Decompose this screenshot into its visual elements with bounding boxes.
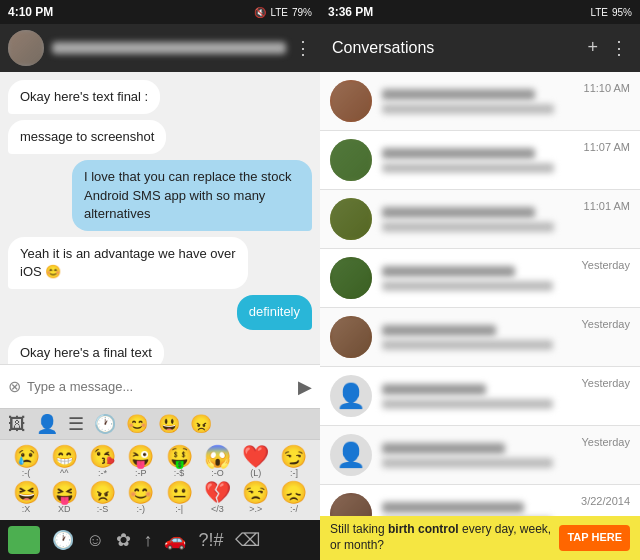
conv-preview-4 [382,281,553,291]
emoji-cell-1-5[interactable]: 🤑:-$ [161,446,197,478]
green-key[interactable] [8,526,40,554]
tap-here-button[interactable]: TAP HERE [559,525,630,550]
smiley-icon[interactable]: ☺ [86,530,104,551]
conv-avatar-4 [330,257,372,299]
more-options-right-icon[interactable]: ⋮ [610,37,628,59]
header-actions: + ⋮ [587,37,628,59]
emoji-tab-smile[interactable]: 😊 [126,413,148,435]
emoji-tab-happy[interactable]: 😃 [158,413,180,435]
emoji-cell-1-8[interactable]: 😏:-] [276,446,312,478]
conv-avatar-7: 👤 [330,434,372,476]
conv-name-5 [382,325,496,336]
message-input[interactable] [27,379,292,394]
emoji-cell-1-2[interactable]: 😁^^ [46,446,82,478]
conv-content-3 [382,207,574,232]
emoji-tab-person[interactable]: 👤 [36,413,58,435]
chat-contact-avatar [8,30,44,66]
conv-item-2[interactable]: 11:07 AM [320,131,640,190]
more-options-icon[interactable]: ⋮ [294,37,312,59]
time-left: 4:10 PM [8,5,53,19]
chat-contact-name [52,42,286,54]
conv-preview-7 [382,458,553,468]
emoji-cell-2-1[interactable]: 😆:X [8,482,44,514]
emoji-cell-2-7[interactable]: 😒>.> [238,482,274,514]
conv-avatar-6: 👤 [330,375,372,417]
battery-left: 79% [292,7,312,18]
conv-preview-6 [382,399,553,409]
ad-bold-text: birth control [388,522,459,536]
conv-name-2 [382,148,535,159]
chat-header: ⋮ [0,24,320,72]
emoji-cell-2-5[interactable]: 😐:-| [161,482,197,514]
battery-right: 95% [612,7,632,18]
conv-avatar-5 [330,316,372,358]
conv-time-7: Yesterday [581,434,630,448]
conv-time-1: 11:10 AM [584,80,630,94]
send-button[interactable]: ▶ [298,376,312,398]
emoji-cell-1-1[interactable]: 😢:-( [8,446,44,478]
settings-icon[interactable]: ✿ [116,529,131,551]
message-5: definitely [237,295,312,329]
conv-item-6[interactable]: 👤 Yesterday [320,367,640,426]
bottom-keyboard-bar: 🕐 ☺ ✿ ↑ 🚗 ?!# ⌫ [0,520,320,560]
conv-content-1 [382,89,574,114]
emoji-cell-2-6[interactable]: 💔</3 [199,482,235,514]
emoji-cell-1-3[interactable]: 😘:-* [85,446,121,478]
conv-preview-2 [382,163,554,173]
emoji-tabs: 🖼 👤 ☰ 🕐 😊 😃 😠 [0,409,320,440]
conv-avatar-3 [330,198,372,240]
ad-text-part1: Still taking [330,522,388,536]
message-input-row: ⊗ ▶ [0,364,320,408]
emoji-cell-1-7[interactable]: ❤️(L) [238,446,274,478]
conv-content-5 [382,325,571,350]
new-conversation-icon[interactable]: + [587,37,598,59]
emoji-cell-1-4[interactable]: 😜:-P [123,446,159,478]
conv-item-4[interactable]: Yesterday [320,249,640,308]
message-1: Okay here's text final : [8,80,160,114]
conv-preview-5 [382,340,553,350]
conv-time-4: Yesterday [581,257,630,271]
mute-icon: 🔇 [254,7,266,18]
emoji-tab-clock[interactable]: 🕐 [94,413,116,435]
conv-item-5[interactable]: Yesterday [320,308,640,367]
emoji-cell-2-4[interactable]: 😊:-) [123,482,159,514]
clock-icon[interactable]: 🕐 [52,529,74,551]
emoji-cell-2-2[interactable]: 😝XD [46,482,82,514]
message-2: message to screenshot [8,120,166,154]
conv-item-7[interactable]: 👤 Yesterday [320,426,640,485]
conv-time-3: 11:01 AM [584,198,630,212]
conv-time-6: Yesterday [581,375,630,389]
emoji-tab-angry[interactable]: 😠 [190,413,212,435]
right-panel: 3:36 PM LTE 95% Conversations + ⋮ 11:10 … [320,0,640,560]
conv-avatar-8 [330,493,372,516]
conv-content-4 [382,266,571,291]
emoji-cell-2-8[interactable]: 😞:-/ [276,482,312,514]
car-icon[interactable]: 🚗 [164,529,186,551]
123-icon[interactable]: ?!# [198,530,223,551]
time-right: 3:36 PM [328,5,373,19]
conv-item-1[interactable]: 11:10 AM [320,72,640,131]
status-icons-right: LTE 95% [590,7,632,18]
arrow-icon[interactable]: ↑ [143,530,152,551]
emoji-tab-list[interactable]: ☰ [68,413,84,435]
conv-content-2 [382,148,574,173]
emoji-keyboard: 🖼 👤 ☰ 🕐 😊 😃 😠 😢:-( 😁^^ 😘:-* 😜:-P 🤑:-$ 😱:… [0,408,320,520]
conv-name-1 [382,89,535,100]
messages-area: Okay here's text final : message to scre… [0,72,320,364]
conv-time-8: 3/22/2014 [581,493,630,507]
delete-icon[interactable]: ⌫ [235,529,260,551]
conversations-header: Conversations + ⋮ [320,24,640,72]
clear-icon[interactable]: ⊗ [8,377,21,396]
emoji-cell-2-3[interactable]: 😠:-S [85,482,121,514]
conv-time-5: Yesterday [581,316,630,330]
conv-time-2: 11:07 AM [584,139,630,153]
emoji-cell-1-6[interactable]: 😱:-O [199,446,235,478]
conv-content-8 [382,502,571,517]
message-4: Yeah it is an advantage we have over iOS… [8,237,248,289]
conv-avatar-2 [330,139,372,181]
conv-item-3[interactable]: 11:01 AM [320,190,640,249]
conv-preview-1 [382,104,554,114]
emoji-tab-image[interactable]: 🖼 [8,414,26,435]
conv-item-8[interactable]: 3/22/2014 [320,485,640,516]
emoji-label-row-1: 😢:-( 😁^^ 😘:-* 😜:-P 🤑:-$ 😱:-O ❤️(L) 😏:-] [4,444,316,480]
